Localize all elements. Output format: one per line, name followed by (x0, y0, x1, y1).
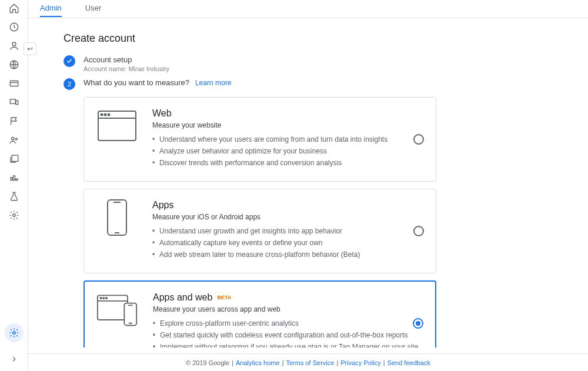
left-nav-rail (0, 0, 28, 371)
step-1-row: Account setup Account name: Mirae Indust… (64, 55, 576, 72)
tab-bar: Admin User (40, 4, 101, 17)
collapse-sidebar-button[interactable]: ↩ (24, 42, 36, 55)
option-bullet: Explore cross-platform user-centric anal… (153, 319, 423, 327)
option-web-title: Web (152, 108, 424, 119)
svg-point-18 (103, 298, 104, 299)
admin-gear-icon[interactable] (5, 323, 24, 342)
option-apps[interactable]: Apps Measure your iOS or Android apps Un… (83, 189, 436, 273)
step2-question: What do you want to measure? (83, 78, 189, 87)
browser-icon (96, 108, 138, 143)
card-icon[interactable] (8, 78, 20, 89)
svg-point-12 (101, 114, 103, 116)
footer: © 2019 Google | Analytics home | Terms o… (28, 353, 588, 371)
svg-point-1 (12, 42, 16, 46)
user-icon[interactable] (8, 40, 20, 52)
lab-icon[interactable] (8, 190, 20, 202)
phone-icon (96, 200, 138, 235)
step-2-row: 2 What do you want to measure? Learn mor… (64, 78, 576, 90)
option-appsweb-title: Apps and webBETA (153, 292, 423, 303)
option-bullet: Add web stream later to measure cross-pl… (152, 250, 424, 259)
option-apps-title: Apps (152, 200, 424, 210)
svg-point-14 (108, 114, 110, 116)
step2-badge: 2 (64, 78, 75, 90)
footer-link-home[interactable]: Analytics home (236, 359, 280, 366)
footer-copyright: © 2019 Google (186, 359, 229, 366)
learn-more-link[interactable]: Learn more (195, 79, 231, 87)
svg-point-7 (15, 138, 17, 140)
step1-subtitle: Account name: Mirae Industry (83, 65, 169, 72)
svg-rect-8 (12, 155, 18, 162)
svg-rect-15 (108, 200, 126, 235)
svg-rect-11 (98, 111, 136, 141)
clock-icon[interactable] (8, 21, 20, 33)
svg-point-10 (12, 332, 15, 335)
option-bullet: Implement without retagging if you alrea… (153, 343, 423, 347)
svg-point-6 (11, 138, 14, 141)
svg-rect-20 (124, 303, 136, 326)
library-icon[interactable] (8, 153, 20, 165)
tab-admin[interactable]: Admin (40, 4, 62, 17)
option-bullet: Understand where your users are coming f… (152, 135, 424, 143)
option-apps-and-web[interactable]: Apps and webBETA Measure your users acro… (83, 280, 436, 347)
svg-rect-4 (10, 99, 15, 104)
option-appsweb-subtitle: Measure your users across app and web (153, 305, 423, 313)
devices-icon[interactable] (8, 96, 20, 108)
gear-icon[interactable] (8, 209, 20, 221)
browser-phone-icon (96, 292, 139, 327)
footer-link-tos[interactable]: Terms of Service (286, 359, 334, 366)
radio-apps[interactable] (413, 226, 424, 236)
svg-point-13 (105, 114, 106, 116)
check-icon (64, 55, 75, 67)
globe-icon[interactable] (8, 59, 20, 71)
beta-badge: BETA (217, 295, 231, 300)
svg-point-9 (12, 214, 15, 217)
option-bullet: Discover trends with performance and con… (152, 159, 424, 167)
radio-web[interactable] (413, 134, 424, 145)
footer-link-privacy[interactable]: Privacy Policy (340, 359, 380, 366)
divider (28, 18, 588, 18)
footer-link-feedback[interactable]: Send feedback (387, 359, 430, 366)
svg-rect-5 (16, 101, 18, 105)
tab-user[interactable]: User (85, 4, 101, 17)
svg-rect-3 (10, 81, 18, 86)
radio-appsweb[interactable] (413, 318, 423, 329)
flag-icon[interactable] (8, 115, 20, 127)
option-bullet: Understand user growth and get insights … (152, 227, 424, 235)
step1-title: Account setup (83, 55, 169, 64)
option-bullet: Analyze user behavior and optimize for y… (152, 147, 424, 155)
page-title: Create account (64, 32, 576, 45)
people-icon[interactable] (8, 134, 20, 146)
home-icon[interactable] (8, 2, 20, 14)
option-bullet: Automatically capture key events or defi… (152, 239, 424, 247)
svg-point-19 (106, 298, 107, 299)
option-bullet: Get started quickly with codeless event … (153, 331, 423, 339)
option-apps-subtitle: Measure your iOS or Android apps (152, 213, 424, 221)
option-web[interactable]: Web Measure your website Understand wher… (83, 97, 436, 182)
attribution-icon[interactable] (8, 172, 20, 183)
chevron-right-icon[interactable] (10, 355, 18, 365)
svg-rect-16 (98, 295, 128, 320)
svg-point-17 (100, 298, 101, 299)
option-web-subtitle: Measure your website (152, 121, 424, 129)
